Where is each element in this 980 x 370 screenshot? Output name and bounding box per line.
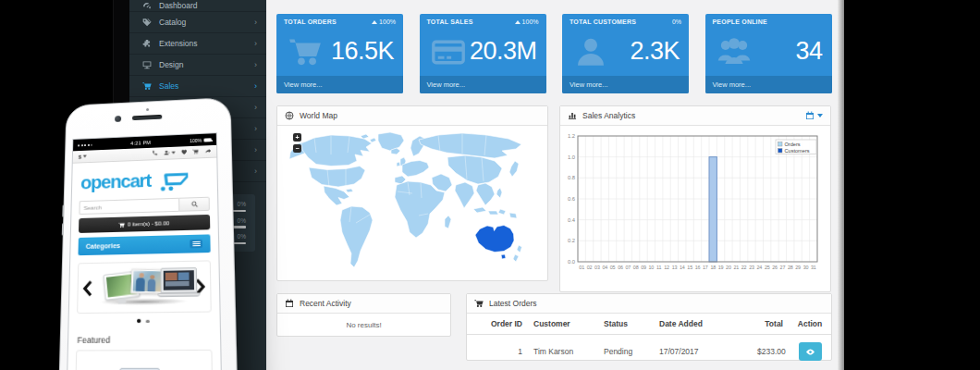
tile-label: PEOPLE ONLINE xyxy=(713,18,767,25)
column-total: Total xyxy=(752,314,789,335)
cell-date-added: 17/07/2017 xyxy=(654,335,752,369)
svg-text:0.8: 0.8 xyxy=(568,175,575,180)
world-map-title: World Map xyxy=(300,111,337,120)
latest-orders-table: Order IDCustomerStatusDate AddedTotalAct… xyxy=(467,314,831,368)
calendar-icon xyxy=(805,111,815,120)
phone-mockup: 4:21 PM 100% $ xyxy=(54,97,242,370)
cart-total-button[interactable]: 0 item(s) - $0.00 xyxy=(79,215,210,233)
signal-dots-icon xyxy=(78,143,92,146)
currency-dropdown[interactable]: $ xyxy=(79,154,87,159)
carousel-prev-button[interactable] xyxy=(83,280,92,296)
volume-button xyxy=(62,223,64,235)
battery-status: 100% xyxy=(190,137,212,143)
cell-status: Pending xyxy=(598,335,654,369)
tile-view-more-link[interactable]: View more... xyxy=(276,76,403,93)
svg-text:0.2: 0.2 xyxy=(568,238,575,243)
svg-text:28: 28 xyxy=(788,265,793,270)
tile-total-orders: TOTAL ORDERS 100% 16.5K View more... xyxy=(276,14,403,93)
column-date-added: Date Added xyxy=(654,314,752,335)
screen-right-edge xyxy=(838,0,844,370)
wishlist-heart-icon[interactable] xyxy=(180,149,187,155)
chevron-right-icon: › xyxy=(254,40,257,48)
svg-text:15: 15 xyxy=(687,265,692,270)
svg-text:09: 09 xyxy=(641,265,646,270)
sidebar-item-sales[interactable]: Sales › xyxy=(129,76,266,97)
date-range-button[interactable] xyxy=(805,111,823,120)
credit-card-icon xyxy=(430,35,467,68)
recent-activity-empty: No results! xyxy=(277,314,450,337)
sidebar-item-catalog[interactable]: Catalog › xyxy=(129,12,266,33)
search-button[interactable] xyxy=(178,197,210,212)
share-icon[interactable] xyxy=(204,148,211,154)
featured-product-card xyxy=(75,350,214,370)
status-time: 4:21 PM xyxy=(92,138,190,147)
latest-orders-title: Latest Orders xyxy=(489,299,537,308)
volume-button xyxy=(62,205,64,217)
sidebar-item-dashboard[interactable]: Dashboard xyxy=(129,0,266,12)
svg-text:18: 18 xyxy=(710,265,716,270)
tile-view-more-link[interactable]: View more... xyxy=(562,76,689,93)
chevron-right-icon: › xyxy=(254,146,257,154)
cart-icon[interactable] xyxy=(192,149,199,155)
map-zoom-controls: + − xyxy=(293,133,301,153)
svg-text:04: 04 xyxy=(602,265,607,270)
svg-text:23: 23 xyxy=(749,265,754,270)
search-icon xyxy=(190,201,197,207)
column-customer: Customer xyxy=(528,314,598,335)
cart-icon xyxy=(474,299,484,308)
caret-down-icon xyxy=(817,114,823,117)
opencart-logo[interactable]: opencart xyxy=(80,170,151,193)
svg-text:24: 24 xyxy=(757,265,763,270)
svg-text:22: 22 xyxy=(741,265,747,270)
chevron-right-icon: › xyxy=(254,18,257,27)
svg-text:0.4: 0.4 xyxy=(568,217,576,223)
currency-symbol: $ xyxy=(79,154,81,159)
carousel-dot[interactable] xyxy=(146,319,150,323)
tile-people-online: PEOPLE ONLINE 34 View more... xyxy=(705,14,832,93)
svg-text:20: 20 xyxy=(726,265,731,270)
view-order-button[interactable] xyxy=(799,342,822,361)
user-icon xyxy=(572,35,609,68)
sidebar-item-extensions[interactable]: Extensions › xyxy=(129,33,266,55)
cart-icon xyxy=(118,221,125,228)
tachometer-icon xyxy=(142,1,153,11)
map-zoom-in-button[interactable]: + xyxy=(293,133,301,142)
tile-view-more-link[interactable]: View more... xyxy=(705,76,832,93)
search-input[interactable]: Search xyxy=(79,198,178,215)
svg-text:08: 08 xyxy=(633,265,639,270)
svg-text:02: 02 xyxy=(587,265,593,270)
carousel-dot-active[interactable] xyxy=(137,319,141,323)
svg-text:19: 19 xyxy=(718,265,724,270)
recent-activity-panel: Recent Activity No results! xyxy=(276,293,451,337)
svg-text:06: 06 xyxy=(618,265,623,270)
order-row: 1Tim KarsonPending17/07/2017$233.00 xyxy=(467,335,831,369)
phone-contact-icon[interactable] xyxy=(152,151,158,157)
categories-bar[interactable]: Categories xyxy=(78,234,210,254)
chevron-right-icon: › xyxy=(254,104,257,112)
bar-chart-icon xyxy=(568,111,577,120)
column-order-id: Order ID xyxy=(467,314,528,335)
world-map[interactable] xyxy=(283,130,542,276)
svg-text:14: 14 xyxy=(680,265,685,270)
svg-text:13: 13 xyxy=(672,265,678,270)
battery-icon xyxy=(203,138,211,142)
svg-text:03: 03 xyxy=(594,265,600,270)
chevron-right-icon: › xyxy=(254,125,257,133)
sidebar-item-design[interactable]: Design › xyxy=(129,55,266,76)
carousel-dots xyxy=(69,318,220,324)
tile-view-more-link[interactable]: View more... xyxy=(420,76,546,93)
map-zoom-out-button[interactable]: − xyxy=(293,144,301,153)
recent-activity-header: Recent Activity xyxy=(277,294,450,314)
cart-total-label: 0 item(s) - $0.00 xyxy=(128,220,169,227)
carousel-macbook-image xyxy=(157,267,200,299)
globe-icon xyxy=(285,111,294,120)
svg-text:25: 25 xyxy=(765,265,770,270)
caret-up-icon xyxy=(515,20,521,24)
tile-value: 34 xyxy=(753,37,832,66)
menu-hamburger-icon[interactable] xyxy=(190,239,202,248)
svg-text:11: 11 xyxy=(656,265,661,270)
cart-icon xyxy=(142,81,153,92)
cell-total: $233.00 xyxy=(752,335,789,369)
product-carousel xyxy=(77,260,212,314)
account-icon[interactable] xyxy=(164,150,175,156)
